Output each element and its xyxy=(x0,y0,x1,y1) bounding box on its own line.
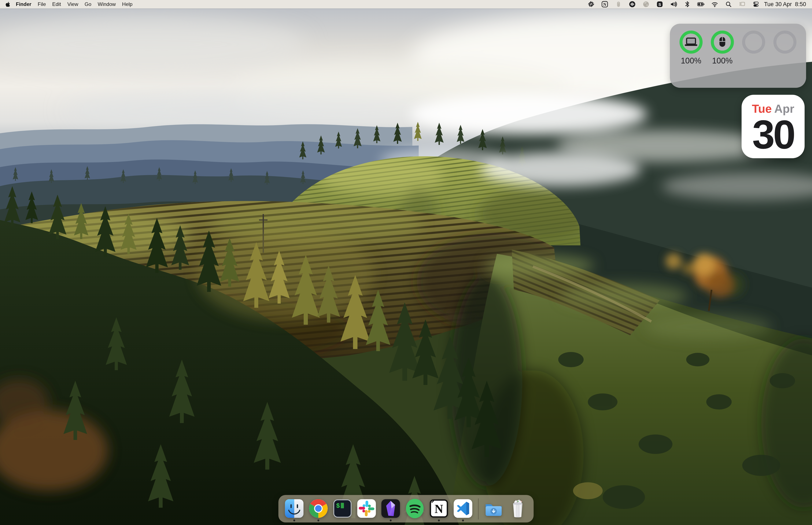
vscode-icon xyxy=(453,498,473,519)
empty-battery-ring xyxy=(772,30,797,55)
dock-item-slack[interactable] xyxy=(356,498,377,519)
menu-bar: Finder File Edit View Go Window Help N S xyxy=(0,0,812,9)
dock-item-finder[interactable] xyxy=(284,498,305,519)
mouse-battery-ring xyxy=(710,30,735,55)
finder-icon xyxy=(284,498,305,519)
notion-menubar-icon[interactable]: N xyxy=(600,0,609,9)
dock-item-vscode[interactable] xyxy=(453,498,473,519)
wifi-icon[interactable] xyxy=(710,0,719,9)
laptop-battery-percent: 100% xyxy=(681,56,701,65)
battery-slot-empty-2 xyxy=(770,30,800,88)
s-app-icon[interactable]: S xyxy=(656,0,664,9)
dock: $ xyxy=(278,495,534,523)
dock-item-terminal[interactable]: $ xyxy=(333,498,353,519)
spotlight-search-icon[interactable] xyxy=(724,0,733,9)
slack-icon xyxy=(356,498,377,519)
mouse-battery-icon[interactable] xyxy=(614,0,623,9)
laptop-battery-ring xyxy=(678,30,704,55)
battery-slot-empty-1 xyxy=(739,30,768,88)
svg-text:N: N xyxy=(603,2,607,7)
hatched-app-icon[interactable] xyxy=(587,0,595,9)
dock-item-notion[interactable]: N xyxy=(429,498,449,519)
menu-file[interactable]: File xyxy=(34,0,49,9)
spotify-icon xyxy=(405,498,425,519)
battery-charging-icon[interactable] xyxy=(697,0,705,9)
battery-widget[interactable]: 100% 100% xyxy=(670,24,806,88)
dock-separator xyxy=(478,498,479,520)
dock-item-trash[interactable] xyxy=(508,498,528,519)
notion-icon: N xyxy=(429,498,449,519)
calendar-day: 30 xyxy=(741,116,805,153)
running-indicator xyxy=(438,520,440,521)
dock-item-obsidian[interactable] xyxy=(381,498,401,519)
menu-app-name[interactable]: Finder xyxy=(13,0,34,9)
svg-text:S: S xyxy=(658,2,661,7)
empty-battery-ring xyxy=(741,30,766,55)
calendar-widget[interactable]: TueApr 30 xyxy=(741,95,805,158)
svg-text:N: N xyxy=(434,502,443,515)
trash-icon xyxy=(508,498,528,519)
terminal-icon: $ xyxy=(333,498,353,519)
dock-item-spotify[interactable] xyxy=(405,498,425,519)
dock-item-chrome[interactable] xyxy=(308,498,328,519)
menu-go[interactable]: Go xyxy=(81,0,94,9)
menu-view[interactable]: View xyxy=(64,0,81,9)
obsidian-icon xyxy=(381,498,401,519)
battery-slot-laptop: 100% xyxy=(676,30,706,88)
menu-edit[interactable]: Edit xyxy=(49,0,64,9)
globe-icon[interactable] xyxy=(642,0,650,9)
desktop: Finder File Edit View Go Window Help N S xyxy=(0,0,812,525)
window-layout-icon[interactable] xyxy=(738,0,747,9)
battery-slot-mouse: 100% xyxy=(707,30,737,88)
running-indicator xyxy=(317,520,319,521)
running-indicator xyxy=(293,520,295,521)
menubar-clock[interactable]: Tue 30 Apr 8:50 xyxy=(764,1,806,7)
laptop-icon xyxy=(685,38,698,46)
svg-text:$: $ xyxy=(336,502,340,510)
running-indicator xyxy=(462,520,464,521)
menu-help[interactable]: Help xyxy=(119,0,136,9)
bluetooth-icon[interactable] xyxy=(683,0,691,9)
control-center-icon[interactable] xyxy=(752,0,760,9)
dock-item-downloads[interactable] xyxy=(484,498,504,519)
mouse-battery-percent: 100% xyxy=(712,56,733,65)
audio-waveform-icon[interactable] xyxy=(628,0,637,9)
downloads-folder-icon xyxy=(484,498,504,519)
chrome-icon xyxy=(308,498,328,519)
running-indicator xyxy=(390,520,392,521)
apple-menu-icon[interactable] xyxy=(5,1,11,7)
menu-window[interactable]: Window xyxy=(94,0,119,9)
volume-icon[interactable] xyxy=(669,0,678,9)
mouse-icon xyxy=(719,37,725,47)
